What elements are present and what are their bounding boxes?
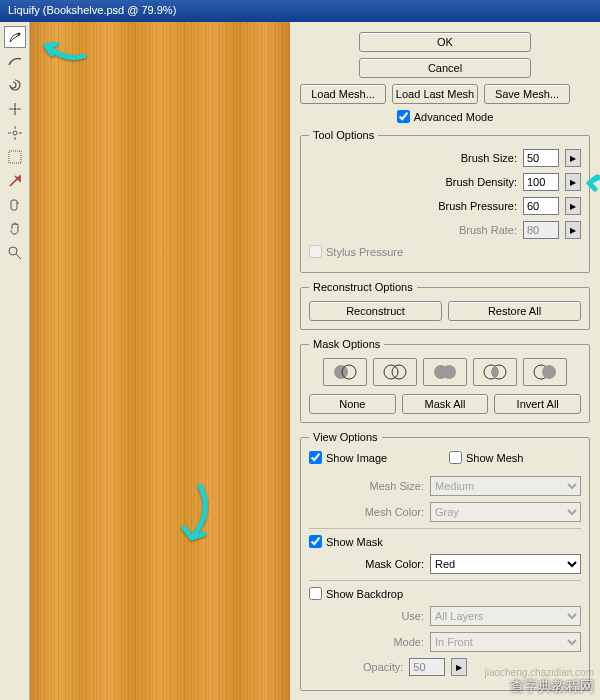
zoom-tool[interactable]: [4, 242, 26, 264]
push-left-tool[interactable]: [4, 146, 26, 168]
svg-point-8: [384, 365, 398, 379]
reconstruct-button[interactable]: Reconstruct: [309, 301, 442, 321]
ok-button[interactable]: OK: [359, 32, 531, 52]
brush-size-label: Brush Size:: [461, 152, 517, 164]
svg-point-1: [13, 108, 16, 111]
brush-rate-label: Brush Rate:: [459, 224, 517, 236]
mask-none-button[interactable]: None: [309, 394, 396, 414]
mode-label: Mode:: [309, 636, 424, 648]
mesh-color-label: Mesh Color:: [309, 506, 424, 518]
options-panel: OK Cancel Load Mesh... Load Last Mesh Sa…: [290, 22, 600, 700]
cancel-button[interactable]: Cancel: [359, 58, 531, 78]
mask-legend: Mask Options: [309, 338, 384, 350]
tool-options-legend: Tool Options: [309, 129, 378, 141]
load-last-mesh-button[interactable]: Load Last Mesh: [392, 84, 478, 104]
svg-point-9: [392, 365, 406, 379]
advanced-mode-checkbox[interactable]: [397, 110, 410, 123]
show-image-checkbox[interactable]: [309, 451, 322, 464]
opacity-input: [409, 658, 445, 676]
brush-density-stepper[interactable]: ▶: [565, 173, 581, 191]
svg-rect-4: [11, 200, 17, 210]
mask-all-button[interactable]: Mask All: [402, 394, 489, 414]
reconstruct-legend: Reconstruct Options: [309, 281, 417, 293]
mode-select: In Front: [430, 632, 581, 652]
reconstruct-tool[interactable]: [4, 50, 26, 72]
annotation-arrow-icon: [170, 482, 218, 552]
mesh-color-select: Gray: [430, 502, 581, 522]
brush-density-label: Brush Density:: [445, 176, 517, 188]
show-backdrop-label: Show Backdrop: [326, 588, 403, 600]
reconstruct-options-group: Reconstruct Options Reconstruct Restore …: [300, 281, 590, 330]
svg-point-16: [542, 365, 556, 379]
view-legend: View Options: [309, 431, 382, 443]
brush-rate-stepper: ▶: [565, 221, 581, 239]
brush-size-stepper[interactable]: ▶: [565, 149, 581, 167]
show-mask-checkbox[interactable]: [309, 535, 322, 548]
opacity-label: Opacity:: [363, 661, 403, 673]
show-backdrop-checkbox[interactable]: [309, 587, 322, 600]
tool-options-group: Tool Options Brush Size:▶ Brush Density:…: [300, 129, 590, 273]
preview-canvas[interactable]: [30, 22, 290, 700]
brush-pressure-stepper[interactable]: ▶: [565, 197, 581, 215]
main-area: OK Cancel Load Mesh... Load Last Mesh Sa…: [0, 22, 600, 700]
thaw-mask-tool[interactable]: [4, 194, 26, 216]
bloat-tool[interactable]: [4, 122, 26, 144]
brush-size-input[interactable]: [523, 149, 559, 167]
pucker-tool[interactable]: [4, 98, 26, 120]
brush-pressure-input[interactable]: [523, 197, 559, 215]
freeze-mask-tool[interactable]: [4, 170, 26, 192]
show-mesh-checkbox[interactable]: [449, 451, 462, 464]
annotation-arrow-icon: [583, 169, 600, 195]
stylus-pressure-label: Stylus Pressure: [326, 246, 403, 258]
brush-pressure-label: Brush Pressure:: [438, 200, 517, 212]
mask-color-select[interactable]: Red: [430, 554, 581, 574]
load-mesh-button[interactable]: Load Mesh...: [300, 84, 386, 104]
annotation-arrow-icon: [36, 32, 86, 66]
restore-all-button[interactable]: Restore All: [448, 301, 581, 321]
save-mesh-button[interactable]: Save Mesh...: [484, 84, 570, 104]
brush-rate-input: [523, 221, 559, 239]
mesh-size-label: Mesh Size:: [309, 480, 424, 492]
mask-invert-button[interactable]: Invert All: [494, 394, 581, 414]
mask-mode-subtract[interactable]: [423, 358, 467, 386]
svg-point-5: [9, 247, 17, 255]
svg-rect-3: [9, 151, 21, 163]
mask-mode-intersect[interactable]: [473, 358, 517, 386]
mask-color-label: Mask Color:: [309, 558, 424, 570]
svg-point-14: [492, 366, 498, 378]
mesh-size-select: Medium: [430, 476, 581, 496]
opacity-stepper: ▶: [451, 658, 467, 676]
show-mask-label: Show Mask: [326, 536, 383, 548]
use-label: Use:: [309, 610, 424, 622]
watermark-url: jiaocheng.chazidian.com: [484, 667, 594, 678]
hand-tool[interactable]: [4, 218, 26, 240]
brush-density-input[interactable]: [523, 173, 559, 191]
tool-palette: [0, 22, 30, 700]
title-bar: Liquify (Bookshelve.psd @ 79.9%): [0, 0, 600, 22]
svg-point-11: [442, 365, 456, 379]
mask-mode-add[interactable]: [373, 358, 417, 386]
svg-point-0: [17, 33, 20, 36]
window-title: Liquify (Bookshelve.psd @ 79.9%): [8, 4, 176, 16]
show-image-label: Show Image: [326, 452, 387, 464]
twirl-tool[interactable]: [4, 74, 26, 96]
mask-mode-replace[interactable]: [323, 358, 367, 386]
mask-options-group: Mask Options None Mask All Invert All: [300, 338, 590, 423]
forward-warp-tool[interactable]: [4, 26, 26, 48]
mask-mode-invert[interactable]: [523, 358, 567, 386]
advanced-mode-label: Advanced Mode: [414, 111, 494, 123]
show-mesh-label: Show Mesh: [466, 452, 523, 464]
svg-point-2: [13, 131, 17, 135]
view-options-group: View Options Show Image Show Mesh Mesh S…: [300, 431, 590, 691]
watermark-text: 查字典教程网: [510, 678, 594, 696]
stylus-pressure-checkbox: [309, 245, 322, 258]
use-select: All Layers: [430, 606, 581, 626]
svg-point-6: [334, 365, 348, 379]
